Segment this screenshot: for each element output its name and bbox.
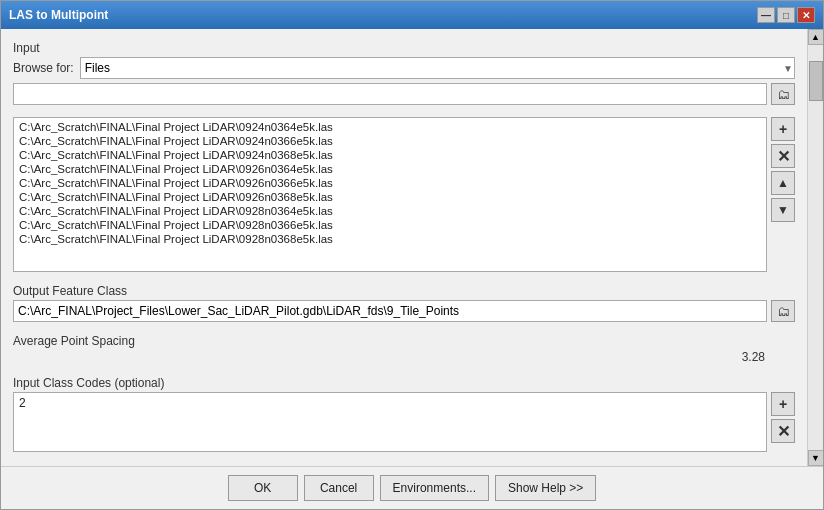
class-codes-label: Input Class Codes (optional) <box>13 376 795 390</box>
add-file-button[interactable]: + <box>771 117 795 141</box>
remove-file-button[interactable]: ✕ <box>771 144 795 168</box>
codes-list-section: 2 + ✕ <box>13 392 795 452</box>
scroll-up-arrow[interactable]: ▲ <box>808 29 824 45</box>
browse-for-dropdown-wrapper: Files ▼ <box>80 57 795 79</box>
input-label: Input <box>13 41 795 55</box>
list-item[interactable]: 2 <box>16 395 764 411</box>
list-item[interactable]: C:\Arc_Scratch\FINAL\Final Project LiDAR… <box>16 148 764 162</box>
title-bar: LAS to Multipoint — □ ✕ <box>1 1 823 29</box>
remove-code-button[interactable]: ✕ <box>771 419 795 443</box>
browse-for-select[interactable]: Files <box>80 57 795 79</box>
output-section: Output Feature Class 🗂 <box>13 284 795 322</box>
scroll-thumb[interactable] <box>809 61 823 101</box>
move-up-button[interactable]: ▲ <box>771 171 795 195</box>
scroll-down-arrow[interactable]: ▼ <box>808 450 824 466</box>
list-item[interactable]: C:\Arc_Scratch\FINAL\Final Project LiDAR… <box>16 190 764 204</box>
minimize-button[interactable]: — <box>757 7 775 23</box>
close-button[interactable]: ✕ <box>797 7 815 23</box>
input-section: Input Browse for: Files ▼ 🗂 <box>13 41 795 105</box>
environments-button[interactable]: Environments... <box>380 475 489 501</box>
avg-point-spacing-section: Average Point Spacing 3.28 <box>13 334 795 364</box>
class-codes-section: Input Class Codes (optional) 2 + ✕ <box>13 376 795 452</box>
scrollbar[interactable]: ▲ ▼ <box>807 29 823 466</box>
output-label: Output Feature Class <box>13 284 795 298</box>
list-item[interactable]: C:\Arc_Scratch\FINAL\Final Project LiDAR… <box>16 176 764 190</box>
footer: OK Cancel Environments... Show Help >> <box>1 466 823 509</box>
codes-side-buttons: + ✕ <box>771 392 795 452</box>
output-path-input[interactable] <box>13 300 767 322</box>
list-item[interactable]: C:\Arc_Scratch\FINAL\Final Project LiDAR… <box>16 120 764 134</box>
main-window: LAS to Multipoint — □ ✕ Input Browse for… <box>0 0 824 510</box>
output-row: 🗂 <box>13 300 795 322</box>
window-title: LAS to Multipoint <box>9 8 108 22</box>
list-item[interactable]: C:\Arc_Scratch\FINAL\Final Project LiDAR… <box>16 134 764 148</box>
ok-button[interactable]: OK <box>228 475 298 501</box>
list-item[interactable]: C:\Arc_Scratch\FINAL\Final Project LiDAR… <box>16 204 764 218</box>
file-list-section: C:\Arc_Scratch\FINAL\Final Project LiDAR… <box>13 117 795 272</box>
main-panel: Input Browse for: Files ▼ 🗂 <box>1 29 807 466</box>
file-input-row: 🗂 <box>13 83 795 105</box>
move-down-button[interactable]: ▼ <box>771 198 795 222</box>
list-item[interactable]: C:\Arc_Scratch\FINAL\Final Project LiDAR… <box>16 162 764 176</box>
add-code-button[interactable]: + <box>771 392 795 416</box>
file-list: C:\Arc_Scratch\FINAL\Final Project LiDAR… <box>13 117 767 272</box>
output-browse-button[interactable]: 🗂 <box>771 300 795 322</box>
browse-row: Browse for: Files ▼ <box>13 57 795 79</box>
browse-folder-button[interactable]: 🗂 <box>771 83 795 105</box>
codes-list: 2 <box>13 392 767 452</box>
avg-spacing-value: 3.28 <box>742 350 765 364</box>
window-content: Input Browse for: Files ▼ 🗂 <box>1 29 823 466</box>
title-bar-buttons: — □ ✕ <box>757 7 815 23</box>
file-list-side-buttons: + ✕ ▲ ▼ <box>771 117 795 272</box>
avg-spacing-row: 3.28 <box>13 350 795 364</box>
avg-point-spacing-label: Average Point Spacing <box>13 334 795 348</box>
cancel-button[interactable]: Cancel <box>304 475 374 501</box>
show-help-button[interactable]: Show Help >> <box>495 475 596 501</box>
file-path-input[interactable] <box>13 83 767 105</box>
maximize-button[interactable]: □ <box>777 7 795 23</box>
list-item[interactable]: C:\Arc_Scratch\FINAL\Final Project LiDAR… <box>16 218 764 232</box>
browse-for-label: Browse for: <box>13 61 74 75</box>
list-item[interactable]: C:\Arc_Scratch\FINAL\Final Project LiDAR… <box>16 232 764 246</box>
